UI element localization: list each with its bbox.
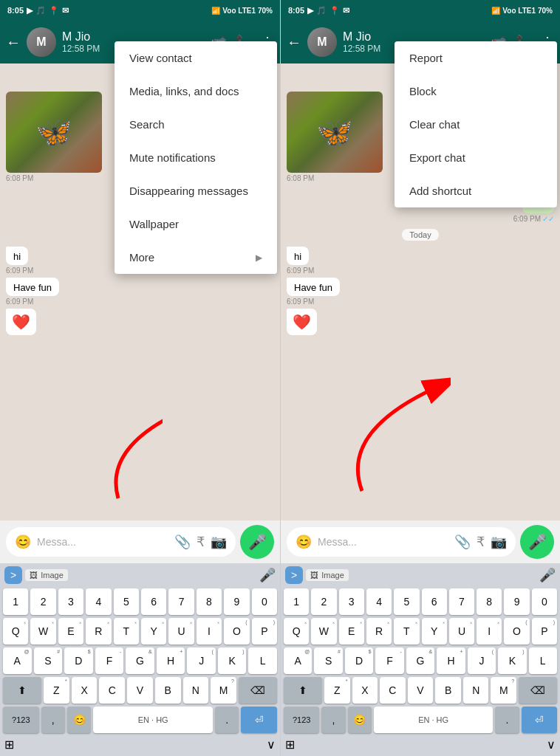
kbd-i[interactable]: Iₓ	[197, 618, 222, 645]
kbd-r4[interactable]: 4	[366, 588, 392, 615]
kbd-z[interactable]: Z*	[44, 677, 69, 704]
kbd-r2[interactable]: 2	[311, 588, 336, 615]
message-input-right[interactable]: 😊 Messa... 📎 ₹ 📷	[287, 527, 516, 557]
kbd-8[interactable]: 8	[197, 588, 222, 615]
kbd-n[interactable]: N	[183, 677, 209, 704]
kbd-emoji-left[interactable]: 😊	[67, 707, 91, 733]
menu-more[interactable]: More ▶	[115, 241, 277, 274]
kbd-expand-right[interactable]: >	[285, 566, 303, 584]
kbd-rbackspace[interactable]: ⌫	[519, 677, 557, 704]
menu-view-contact[interactable]: View contact	[115, 41, 277, 75]
menu-add-shortcut[interactable]: Add shortcut	[395, 174, 557, 207]
kbd-rr[interactable]: Rₓ	[366, 618, 392, 645]
kbd-r[interactable]: Rₓ	[86, 618, 111, 645]
kbd-9[interactable]: 9	[224, 588, 249, 615]
kbd-3[interactable]: 3	[58, 588, 83, 615]
kbd-4[interactable]: 4	[86, 588, 111, 615]
kbd-rf[interactable]: F-	[375, 647, 403, 674]
attachment-icon-left[interactable]: 📎	[174, 534, 191, 550]
kbd-rb[interactable]: B	[435, 677, 461, 704]
kbd-rm[interactable]: M?	[491, 677, 516, 704]
kbd-ri[interactable]: Iₓ	[477, 618, 502, 645]
menu-disappearing[interactable]: Disappearing messages	[115, 174, 277, 207]
kbd-g[interactable]: G&	[126, 647, 154, 674]
kbd-rp[interactable]: P)	[532, 618, 557, 645]
kbd-rs[interactable]: S#	[314, 647, 342, 674]
kbd-y[interactable]: Yₓ	[141, 618, 166, 645]
kbd-t[interactable]: Tₓ	[114, 618, 139, 645]
kbd-img-preview-left[interactable]: 🖼 Image	[25, 569, 68, 581]
kbd-rz[interactable]: Z*	[324, 677, 350, 704]
kbd-comma-left[interactable]: ,	[41, 707, 65, 733]
kbd-ru[interactable]: Uₓ	[449, 618, 474, 645]
mic-button-left[interactable]: 🎤	[240, 525, 274, 559]
back-button-right[interactable]: ←	[287, 34, 301, 51]
back-button-left[interactable]: ←	[6, 34, 21, 51]
kbd-mic-left[interactable]: 🎤	[259, 567, 276, 583]
kbd-rx[interactable]: X	[352, 677, 378, 704]
kbd-r0[interactable]: 0	[532, 588, 557, 615]
kbd-m[interactable]: M?	[211, 677, 236, 704]
kbd-rshift[interactable]: ⬆	[284, 677, 322, 704]
kbd-shift[interactable]: ⬆	[3, 677, 41, 704]
kbd-e[interactable]: Eₓ	[58, 618, 83, 645]
kbd-expand-left[interactable]: >	[4, 566, 22, 584]
kbd-rd[interactable]: D$	[345, 647, 373, 674]
kbd-r3[interactable]: 3	[339, 588, 364, 615]
emoji-icon-right[interactable]: 😊	[296, 534, 312, 550]
kbd-remoji[interactable]: 😊	[348, 707, 372, 733]
kbd-period-left[interactable]: .	[215, 707, 239, 733]
kbd-down-icon-right[interactable]: ∨	[547, 738, 556, 752]
kbd-w[interactable]: Wₓ	[30, 618, 55, 645]
attachment-icon-right[interactable]: 📎	[454, 534, 471, 550]
kbd-c[interactable]: C	[99, 677, 125, 704]
kbd-ro[interactable]: O(	[504, 618, 529, 645]
kbd-r1[interactable]: 1	[284, 588, 309, 615]
kbd-down-icon[interactable]: ∨	[267, 738, 276, 752]
kbd-r7[interactable]: 7	[449, 588, 474, 615]
kbd-1[interactable]: 1	[3, 588, 28, 615]
kbd-rspace[interactable]: EN · HG	[374, 707, 493, 733]
kbd-l[interactable]: L	[248, 647, 277, 674]
kbd-h[interactable]: H+	[157, 647, 185, 674]
message-input-left[interactable]: 😊 Messa... 📎 ₹ 📷	[6, 527, 236, 557]
kbd-r8[interactable]: 8	[477, 588, 502, 615]
kbd-7[interactable]: 7	[168, 588, 194, 615]
kbd-2[interactable]: 2	[30, 588, 55, 615]
kbd-enter-left[interactable]: ⏎	[241, 707, 277, 733]
kbd-rh[interactable]: H+	[437, 647, 465, 674]
kbd-u[interactable]: Uₓ	[168, 618, 194, 645]
kbd-ry[interactable]: Yₓ	[422, 618, 447, 645]
kbd-a[interactable]: A@	[3, 647, 32, 674]
kbd-rv[interactable]: V	[408, 677, 434, 704]
kbd-s[interactable]: S#	[34, 647, 63, 674]
kbd-rt[interactable]: Tₓ	[394, 618, 419, 645]
kbd-rl[interactable]: L	[529, 647, 557, 674]
kbd-o[interactable]: O(	[224, 618, 249, 645]
kbd-123-left[interactable]: ?123	[3, 707, 39, 733]
kbd-q[interactable]: Qₓ	[3, 618, 28, 645]
kbd-rn[interactable]: N	[463, 677, 489, 704]
rupee-icon-right[interactable]: ₹	[477, 534, 485, 550]
kbd-d[interactable]: D$	[64, 647, 93, 674]
kbd-rg[interactable]: G&	[406, 647, 434, 674]
kbd-ra[interactable]: A@	[284, 647, 312, 674]
menu-report[interactable]: Report	[395, 41, 557, 75]
kbd-x[interactable]: X	[72, 677, 98, 704]
menu-wallpaper[interactable]: Wallpaper	[115, 207, 277, 241]
kbd-img-preview-right[interactable]: 🖼 Image	[306, 569, 349, 581]
kbd-0[interactable]: 0	[252, 588, 277, 615]
menu-export-chat[interactable]: Export chat	[395, 141, 557, 174]
kbd-b[interactable]: B	[155, 677, 181, 704]
kbd-renter[interactable]: ⏎	[522, 707, 557, 733]
menu-media[interactable]: Media, links, and docs	[115, 75, 277, 108]
kbd-rw[interactable]: Wₓ	[311, 618, 336, 645]
emoji-icon-left[interactable]: 😊	[15, 534, 31, 550]
kbd-r6[interactable]: 6	[422, 588, 447, 615]
camera-icon-right[interactable]: 📷	[491, 534, 507, 550]
kbd-r5[interactable]: 5	[394, 588, 419, 615]
kbd-space-left[interactable]: EN · HG	[93, 707, 213, 733]
menu-clear-chat[interactable]: Clear chat	[395, 108, 557, 141]
kbd-rcomma[interactable]: ,	[321, 707, 345, 733]
kbd-r123[interactable]: ?123	[284, 707, 319, 733]
